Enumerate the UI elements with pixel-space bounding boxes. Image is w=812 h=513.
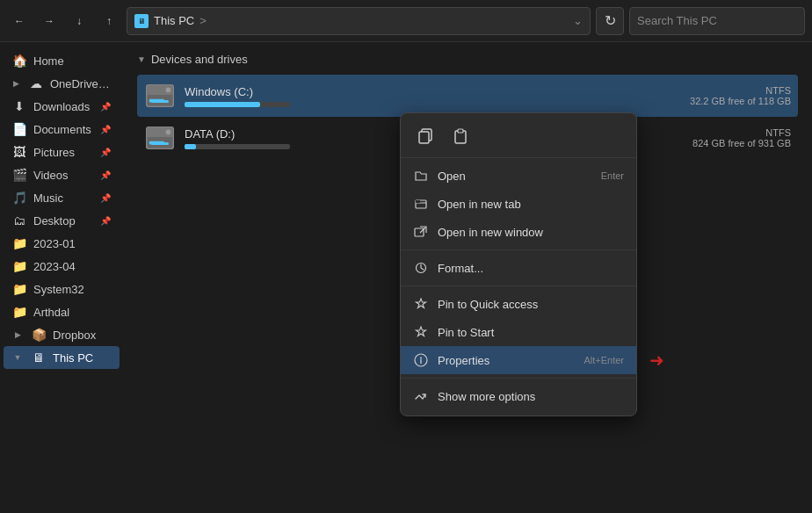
- drive-fs-d: NTFS: [668, 127, 791, 138]
- pin-icon-documents: 📌: [100, 125, 111, 134]
- forward-button[interactable]: →: [37, 9, 62, 33]
- sidebar-item-thispc[interactable]: ▼🖥This PC: [4, 346, 120, 369]
- sidebar-icon-system32: 📁: [12, 282, 26, 296]
- recent-button[interactable]: ↓: [67, 9, 91, 33]
- svg-rect-11: [458, 129, 463, 133]
- svg-rect-14: [415, 228, 424, 236]
- ctx-open-tab-icon: [413, 196, 429, 212]
- ctx-format-item[interactable]: Format...: [401, 254, 636, 282]
- ctx-more-options-icon: [413, 388, 429, 404]
- sidebar-item-2023-04[interactable]: 📁2023-04: [4, 255, 120, 278]
- drive-bar-d: [185, 144, 196, 149]
- ctx-pin-quick-icon: [413, 296, 429, 312]
- search-bar[interactable]: Search This PC: [629, 7, 805, 35]
- sidebar-icon-thispc: 🖥: [32, 350, 46, 365]
- pin-icon-music: 📌: [100, 193, 111, 203]
- sidebar-icon-onedrive: ☁: [29, 76, 43, 90]
- ctx-open-window-label: Open in new window: [438, 226, 624, 239]
- pin-icon-desktop: 📌: [100, 216, 111, 226]
- back-button[interactable]: ←: [7, 9, 32, 33]
- sidebar-item-videos[interactable]: 🎬Videos📌: [4, 163, 120, 186]
- context-menu: Open Enter Open in new tab Open in new w…: [400, 112, 637, 416]
- section-title: Devices and drives: [151, 53, 248, 66]
- ctx-pin-quick-item[interactable]: Pin to Quick access: [401, 290, 636, 318]
- sidebar-item-system32[interactable]: 📁System32: [4, 278, 120, 300]
- sidebar-label-system32: System32: [33, 283, 84, 296]
- svg-point-2: [166, 88, 171, 93]
- sidebar-label-2023-01: 2023-01: [33, 237, 76, 250]
- sidebar-label-desktop: Desktop: [33, 214, 76, 228]
- sidebar-item-documents[interactable]: 📄Documents📌: [4, 118, 120, 141]
- sidebar-label-dropbox: Dropbox: [53, 329, 96, 342]
- drive-meta-d: NTFS 824 GB free of 931 GB: [668, 127, 791, 148]
- drive-meta-c: NTFS 32.2 GB free of 118 GB: [668, 85, 791, 106]
- ctx-open-tab-item[interactable]: Open in new tab: [401, 190, 636, 218]
- ctx-open-item[interactable]: Open Enter: [401, 162, 636, 190]
- sidebar: 🏠Home▶☁OneDrive - Pers⬇Downloads📌📄Docume…: [0, 42, 123, 513]
- sidebar-icon-desktop: 🗂: [12, 213, 26, 228]
- drive-item-c[interactable]: Windows (C:) NTFS 32.2 GB free of 118 GB: [137, 75, 798, 117]
- sidebar-label-onedrive: OneDrive - Pers: [50, 77, 111, 90]
- up-button[interactable]: ↑: [97, 9, 121, 33]
- ctx-more-options-item[interactable]: Show more options: [401, 382, 636, 410]
- expand-icon-onedrive: ▶: [12, 78, 20, 89]
- ctx-format-icon: [413, 260, 429, 276]
- pin-icon-videos: 📌: [100, 170, 111, 180]
- address-bar[interactable]: 🖥 This PC > ⌄: [127, 7, 591, 35]
- address-chevron-icon[interactable]: ⌄: [573, 14, 583, 27]
- ctx-pin-start-icon: [413, 324, 429, 340]
- pc-icon: 🖥: [134, 14, 149, 28]
- ctx-properties-label: Properties: [438, 354, 575, 367]
- sidebar-item-onedrive[interactable]: ▶☁OneDrive - Pers: [4, 72, 120, 95]
- ctx-pin-start-label: Pin to Start: [438, 326, 624, 339]
- ctx-copy-button[interactable]: [411, 122, 439, 150]
- pin-icon-pictures: 📌: [100, 148, 111, 157]
- sidebar-item-2023-01[interactable]: 📁2023-01: [4, 232, 120, 255]
- sidebar-item-desktop[interactable]: 🗂Desktop📌: [4, 209, 120, 232]
- sidebar-icon-dropbox: 📦: [32, 328, 46, 342]
- drive-free-c: 32.2 GB free of 118 GB: [668, 96, 791, 106]
- svg-rect-7: [149, 141, 164, 145]
- svg-point-16: [420, 358, 422, 359]
- sidebar-icon-downloads: ⬇: [12, 99, 26, 113]
- drive-info-c: Windows (C:): [185, 85, 659, 107]
- ctx-more-options-label: Show more options: [438, 390, 624, 403]
- sidebar-item-downloads[interactable]: ⬇Downloads📌: [4, 95, 120, 118]
- sidebar-icon-2023-04: 📁: [12, 259, 26, 273]
- devices-section-header: ▼ Devices and drives: [137, 53, 798, 66]
- ctx-properties-item[interactable]: Properties Alt+Enter ➜: [401, 346, 636, 374]
- ctx-format-label: Format...: [438, 262, 624, 275]
- sidebar-label-pictures: Pictures: [33, 146, 75, 159]
- ctx-divider-2: [401, 285, 636, 286]
- titlebar: ← → ↓ ↑ 🖥 This PC > ⌄ ↻ Search This PC: [0, 0, 812, 42]
- drive-icon-d: [144, 122, 176, 154]
- sidebar-label-music: Music: [33, 191, 63, 205]
- ctx-open-icon: [413, 168, 429, 184]
- sidebar-item-arthdal[interactable]: 📁Arthdal: [4, 300, 120, 323]
- expand-icon-dropbox: ▶: [12, 329, 23, 340]
- sidebar-item-home[interactable]: 🏠Home: [4, 49, 120, 72]
- ctx-divider-1: [401, 249, 636, 250]
- hdd-graphic-c: [146, 84, 174, 107]
- sidebar-label-2023-04: 2023-04: [33, 260, 76, 273]
- ctx-properties-icon: [413, 352, 429, 368]
- drive-fs-c: NTFS: [668, 85, 791, 96]
- sidebar-item-dropbox[interactable]: ▶📦Dropbox: [4, 323, 120, 346]
- ctx-paste-button[interactable]: [446, 122, 475, 150]
- sidebar-label-home: Home: [33, 54, 64, 68]
- red-arrow-icon: ➜: [649, 350, 664, 371]
- ctx-open-window-icon: [413, 224, 429, 240]
- sidebar-item-music[interactable]: 🎵Music📌: [4, 186, 120, 209]
- ctx-open-window-item[interactable]: Open in new window: [401, 218, 636, 246]
- svg-rect-9: [419, 132, 429, 143]
- refresh-icon: ↻: [605, 12, 616, 29]
- sidebar-label-arthdal: Arthdal: [33, 306, 69, 319]
- drive-icon-c: [144, 80, 176, 112]
- drive-bar-container-c: [185, 102, 290, 107]
- ctx-pin-start-item[interactable]: Pin to Start: [401, 318, 636, 346]
- sidebar-item-pictures[interactable]: 🖼Pictures📌: [4, 141, 120, 163]
- sidebar-icon-arthdal: 📁: [12, 305, 26, 319]
- refresh-button[interactable]: ↻: [596, 7, 624, 35]
- ctx-open-shortcut: Enter: [601, 170, 624, 181]
- svg-point-6: [166, 130, 171, 135]
